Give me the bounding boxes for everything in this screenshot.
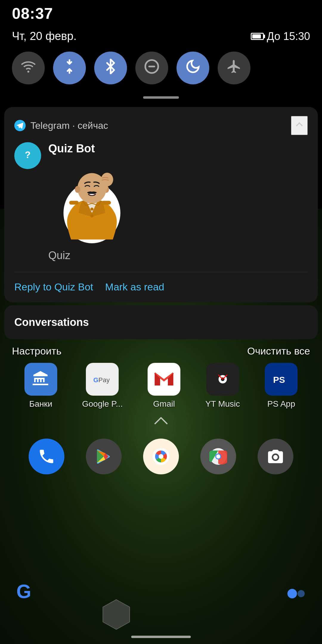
dock-phone[interactable] <box>29 439 64 474</box>
date-battery-row: Чт, 20 февр. До 15:30 <box>12 30 310 43</box>
notif-app-info: Telegram · сейчас <box>14 120 108 131</box>
svg-point-30 <box>298 590 305 597</box>
status-time: 08:37 <box>12 4 53 22</box>
airplane-toggle[interactable] <box>218 52 250 84</box>
app-item-psapp[interactable]: PS PS App <box>265 363 298 409</box>
app-item-gmail[interactable]: Gmail <box>148 363 180 409</box>
google-assistant-icon[interactable] <box>286 586 307 602</box>
notification-area: Telegram · сейчас ? Quiz Bot <box>0 107 322 339</box>
data-toggle[interactable] <box>53 52 86 84</box>
dnd-toggle[interactable] <box>135 52 168 84</box>
dock-playstore[interactable] <box>86 439 122 474</box>
svg-text:G: G <box>16 581 31 602</box>
ytmusic-label: YT Music <box>205 399 240 409</box>
svg-text:?: ? <box>25 149 31 160</box>
svg-rect-12 <box>69 201 79 205</box>
dnd-icon <box>144 59 160 77</box>
chevron-up-icon <box>152 415 170 427</box>
hex-nav-button[interactable] <box>101 598 131 632</box>
dock-photos[interactable] <box>143 439 179 474</box>
notif-content: Quiz Bot <box>48 142 308 269</box>
gpay-icon: G Pay <box>86 363 119 396</box>
svg-text:G: G <box>93 376 98 384</box>
chrome-icon <box>200 439 236 474</box>
notif-sender: Quiz Bot <box>48 142 308 155</box>
swipe-pill <box>143 96 179 99</box>
notif-app-name: Telegram · сейчас <box>30 120 108 131</box>
app-item-gpay[interactable]: G Pay Google P... <box>82 363 123 409</box>
date-label: Чт, 20 февр. <box>12 30 77 43</box>
psapp-label: PS App <box>267 399 295 409</box>
night-toggle[interactable] <box>177 52 209 84</box>
data-icon <box>62 59 77 77</box>
quiz-bot-avatar: ? <box>14 142 41 169</box>
conversations-card[interactable]: Conversations <box>4 305 318 339</box>
banki-icon <box>24 363 57 396</box>
playstore-icon <box>86 439 122 474</box>
gmail-label: Gmail <box>153 399 175 409</box>
photos-icon <box>143 439 179 474</box>
swipe-indicator <box>12 93 310 105</box>
svg-point-29 <box>287 589 297 598</box>
gpay-label: Google P... <box>82 399 123 409</box>
airplane-icon <box>226 59 242 77</box>
telegram-notification-card: Telegram · сейчас ? Quiz Bot <box>4 107 318 302</box>
conversations-title: Conversations <box>14 316 89 328</box>
chevron-up-container <box>0 415 322 427</box>
banki-label: Банки <box>29 399 52 409</box>
svg-point-11 <box>90 214 93 217</box>
svg-point-27 <box>273 455 278 459</box>
svg-text:PS: PS <box>273 375 285 385</box>
gmail-icon <box>148 363 180 396</box>
status-bar: 08:37 <box>0 0 322 24</box>
telegram-app-icon <box>14 120 26 131</box>
toggle-buttons-row <box>12 52 310 84</box>
battery-icon <box>251 33 264 40</box>
google-g-logo[interactable]: G <box>15 580 39 605</box>
customize-clear-row: Настроить Очистить все <box>0 345 322 357</box>
quick-settings: Чт, 20 февр. До 15:30 <box>0 24 322 105</box>
notif-actions: Reply to Quiz Bot Mark as read <box>14 272 308 302</box>
night-icon <box>185 59 201 77</box>
svg-point-26 <box>216 454 220 459</box>
app-item-ytmusic[interactable]: YT Music <box>205 363 240 409</box>
bluetooth-icon <box>103 59 118 77</box>
wifi-toggle[interactable] <box>12 52 45 84</box>
ytmusic-icon <box>206 363 239 396</box>
customize-label[interactable]: Настроить <box>12 345 61 357</box>
home-screen-area: Настроить Очистить все Банки G Pay Googl… <box>0 345 322 480</box>
clear-all-label[interactable]: Очистить все <box>247 345 310 357</box>
sticker-container <box>48 160 132 243</box>
dock-camera[interactable] <box>258 439 293 474</box>
app-icons-row: Банки G Pay Google P... <box>0 363 322 409</box>
home-indicator[interactable] <box>131 636 191 638</box>
notif-header: Telegram · сейчас <box>14 116 308 135</box>
bluetooth-toggle[interactable] <box>94 52 127 84</box>
svg-rect-13 <box>101 201 111 205</box>
phone-icon <box>29 439 64 474</box>
battery-label: До 15:30 <box>251 30 310 43</box>
dock <box>0 433 322 480</box>
mark-read-button[interactable]: Mark as read <box>105 281 164 293</box>
notif-collapse-button[interactable] <box>291 116 308 135</box>
notif-body: ? Quiz Bot <box>14 142 308 269</box>
notif-message: Quiz <box>48 249 308 262</box>
reply-button[interactable]: Reply to Quiz Bot <box>14 281 93 293</box>
dock-chrome[interactable] <box>200 439 236 474</box>
svg-text:Pay: Pay <box>98 376 110 384</box>
wifi-icon <box>21 59 36 77</box>
camera-icon <box>258 439 293 474</box>
svg-point-22 <box>159 454 163 459</box>
app-item-banki[interactable]: Банки <box>24 363 57 409</box>
freddie-sticker <box>48 160 132 243</box>
svg-point-10 <box>90 208 93 210</box>
psapp-icon: PS <box>265 363 298 396</box>
svg-point-7 <box>75 186 80 193</box>
